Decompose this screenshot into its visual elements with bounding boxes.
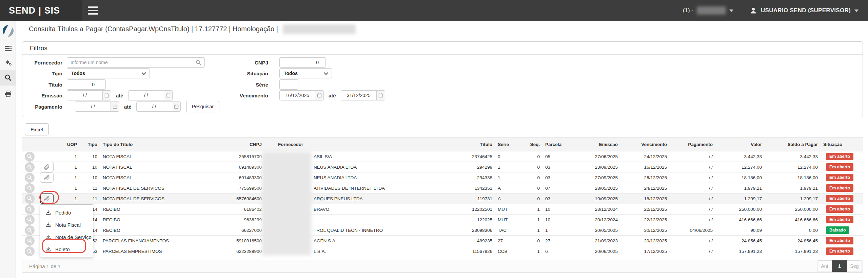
cnpj-input[interactable] (279, 57, 326, 68)
user-menu[interactable]: USUARIO SEND (SUPERVISOR) (750, 7, 859, 14)
company-selector[interactable]: (1) - (683, 6, 733, 15)
row-details-button[interactable] (25, 246, 35, 256)
pagination-page-1-button[interactable]: 1 (832, 260, 847, 272)
attachments-button[interactable] (40, 162, 54, 172)
chevron-down-icon (729, 10, 733, 12)
cell-vencimento: 24/12/2025 (620, 151, 670, 162)
emissao-from-input[interactable] (67, 90, 103, 100)
emissao-to-input[interactable] (128, 90, 164, 100)
calendar-button[interactable] (376, 90, 385, 100)
column-header: Pagamento (670, 138, 715, 151)
download-icon (45, 210, 51, 215)
cell-pagamento: / / (670, 204, 715, 215)
attachments-button[interactable] (40, 193, 54, 204)
titulo-input[interactable] (67, 79, 106, 90)
cell-emissao: 28/05/2025 (573, 183, 620, 193)
situacao-label: Situação (190, 71, 268, 76)
row-details-button[interactable] (25, 194, 35, 204)
user-label: USUARIO SEND (SUPERVISOR) (761, 7, 851, 14)
excel-export-button[interactable]: Excel (25, 123, 49, 135)
cell-vencimento: 17/12/2025 (620, 246, 670, 257)
cell-pagamento: / / (670, 236, 715, 246)
row-details-button[interactable] (25, 183, 35, 193)
calendar-button[interactable] (172, 101, 181, 112)
attachments-context-menu: Pedido Nota Fiscal Nota de Serviço Bolet… (40, 204, 93, 257)
column-header: Situação (821, 138, 863, 151)
row-details-button[interactable] (25, 204, 35, 214)
cell-emissao: 27/09/2025 (573, 172, 620, 183)
cell-emissao: 20/06/2025 (573, 246, 620, 257)
pagination-next-button[interactable]: Seg (847, 260, 862, 272)
menu-item-pedido[interactable]: Pedido (40, 206, 93, 219)
status-badge: Em aberto (826, 163, 853, 171)
pagamento-to-input[interactable] (136, 101, 172, 112)
column-header: Série (495, 138, 522, 151)
sidebar-item-settings[interactable] (0, 55, 16, 71)
calendar-button[interactable] (315, 90, 324, 100)
cell-parcela: 05 (542, 151, 573, 162)
cell-vencimento: 26/12/2025 (620, 172, 670, 183)
cell-valor: 157.991,23 (715, 246, 765, 257)
cell-tipo_titulo: NOTA FISCAL DE SERVICOS (100, 193, 222, 204)
serie-input[interactable] (279, 79, 298, 90)
sidebar-item-search[interactable] (0, 70, 16, 86)
pagination-prev-button[interactable]: Ant (817, 260, 832, 272)
cell-tipo_titulo: NOTA FISCAL (100, 162, 222, 172)
column-header (37, 138, 56, 151)
redaction-blur (262, 152, 311, 255)
pagamento-from-input[interactable] (75, 101, 111, 112)
vencimento-to-input[interactable] (341, 90, 377, 100)
tipo-select[interactable]: Todos (67, 68, 150, 78)
row-details-button[interactable] (25, 152, 35, 162)
column-header: Seq. (522, 138, 542, 151)
cell-titulo: 1342351 (441, 183, 495, 193)
titulo-label: Título (24, 82, 62, 88)
row-details-button[interactable] (25, 173, 35, 183)
cell-tipo: 11 (80, 193, 100, 204)
cell-titulo: 23098306 (441, 225, 495, 236)
sidebar-item-print[interactable] (0, 86, 16, 102)
download-icon (45, 222, 51, 227)
menu-item-nota-fiscal[interactable]: Nota Fiscal (40, 219, 93, 231)
column-header: Saldo a Pagar (765, 138, 821, 151)
app-logo (2, 24, 15, 37)
cell-cnpj: 691489300 (222, 172, 264, 183)
row-details-button[interactable] (25, 225, 35, 235)
cell-uop: 1 (56, 193, 80, 204)
hamburger-menu-icon[interactable] (88, 6, 99, 15)
cell-cnpj: 255815709 (222, 151, 264, 162)
situacao-select[interactable]: Todos (279, 68, 332, 78)
cell-tipo: 10 (80, 162, 100, 172)
cell-vencimento: 16/12/2025 (620, 162, 670, 172)
vencimento-from-input[interactable] (279, 90, 315, 100)
cell-cnpj: 5910916500 (222, 236, 264, 246)
cell-parcela: 10 (542, 215, 573, 225)
main-content: Filtros Fornecedor Tipo Todos Título Emi… (16, 37, 868, 278)
cell-valor: 90,09 (715, 225, 765, 236)
cell-seq: 0 (522, 162, 542, 172)
ate-label: até (116, 93, 123, 98)
menu-item-nota-de-servico[interactable]: Nota de Serviço (40, 231, 93, 243)
fornecedor-input[interactable] (67, 57, 192, 68)
cell-tipo: 10 (80, 172, 100, 183)
cell-valor: 3.442,33 (715, 151, 765, 162)
calendar-button[interactable] (111, 101, 119, 112)
calendar-button[interactable] (164, 90, 173, 100)
menu-item-boleto[interactable]: Boleto (40, 243, 93, 255)
sidebar-item-menu[interactable] (0, 41, 16, 56)
row-details-button[interactable] (25, 162, 35, 172)
pesquisar-button[interactable]: Pesquisar (186, 101, 219, 112)
calendar-button[interactable] (102, 90, 111, 100)
cell-tipo: 10 (80, 151, 100, 162)
situacao-select-value: Todos (284, 71, 298, 76)
attachments-button[interactable] (40, 172, 54, 183)
cell-pagamento: / / (670, 151, 715, 162)
row-details-button[interactable] (25, 215, 35, 225)
cell-titulo: 489235 (441, 236, 495, 246)
serie-label: Série (190, 82, 268, 88)
cell-serie: A (495, 183, 522, 193)
row-details-button[interactable] (25, 236, 35, 246)
sidebar (0, 21, 16, 278)
cell-cnpj: 6186402 (222, 204, 264, 215)
table-row: 110NOTA FISCAL691489300NEUS ANADIA LTDA2… (22, 162, 863, 172)
